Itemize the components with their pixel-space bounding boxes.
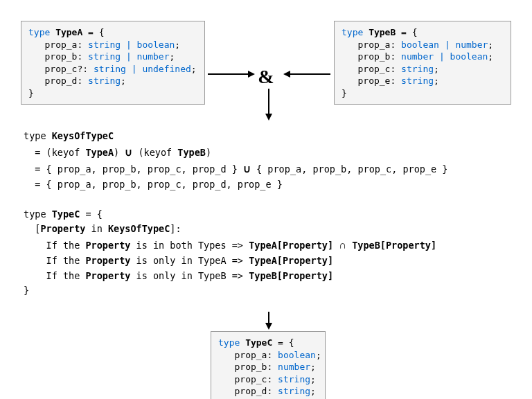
t: = { <box>80 209 103 220</box>
explain-block: type KeysOfTypeC = (keyof TypeA) ∪ (keyo… <box>24 129 511 299</box>
t: Property <box>40 223 85 234</box>
ptype: string <box>278 386 310 396</box>
prop: prop_c? <box>44 64 82 74</box>
t: ) <box>114 147 125 158</box>
ptype: boolean | number <box>401 39 488 50</box>
t: type <box>24 130 52 141</box>
type-c-name: TypeC <box>52 209 80 220</box>
svg-marker-1 <box>248 71 255 78</box>
ptype: string <box>401 76 434 86</box>
prop: prop_b <box>44 51 77 62</box>
svg-marker-5 <box>265 114 272 121</box>
ptype: string <box>278 374 310 384</box>
brace-open: = { <box>272 337 294 348</box>
t: Property <box>85 270 130 281</box>
t: type <box>24 209 52 220</box>
prop: prop_d <box>44 76 77 86</box>
t: ) <box>206 147 211 158</box>
intersection-op: ∩ <box>339 239 346 251</box>
prop: prop_e <box>357 76 390 86</box>
brace-open: = { <box>396 27 417 37</box>
t: TypeB[Property] <box>352 240 436 251</box>
t: ]: <box>170 223 181 234</box>
t: = { prop_a, prop_b, prop_c, prop_d } <box>24 163 243 175</box>
type-a-name: TypeA <box>55 27 82 37</box>
t: { prop_a, prop_b, prop_c, prop_e } <box>251 163 447 175</box>
t: If the <box>24 270 85 281</box>
prop: prop_c <box>357 64 390 74</box>
type-b-name: TypeB <box>369 27 396 37</box>
t: TypeA[Property] <box>249 240 333 251</box>
arrow-down-to-explain <box>264 89 274 121</box>
t: TypeB[Property] <box>249 270 333 281</box>
prop: prop_a <box>357 39 390 50</box>
ptype: string <box>88 76 121 86</box>
arrow-from-type-b <box>283 71 330 78</box>
union-op: ∪ <box>243 163 251 175</box>
type-b-codebox: type TypeB = { prop_a: boolean | number;… <box>334 21 511 105</box>
brace-open: = { <box>82 27 104 37</box>
prop: prop_d <box>234 386 267 396</box>
ptype: string <box>401 64 434 74</box>
t: = (keyof <box>24 147 85 158</box>
union-op: ∪ <box>125 146 132 158</box>
brace-close: } <box>342 88 347 98</box>
prop: prop_b <box>357 51 390 62</box>
ptype: string | boolean <box>88 39 175 50</box>
prop: prop_a <box>234 350 267 360</box>
ptype: boolean <box>278 350 316 360</box>
t: is only in TypeA => <box>130 255 249 266</box>
ptype: string | undefined <box>94 64 191 74</box>
type-c-codebox: type TypeC = { prop_a: boolean; prop_b: … <box>211 331 326 399</box>
t: If the <box>24 255 85 266</box>
type-a-codebox: type TypeA = { prop_a: string | boolean;… <box>21 21 205 105</box>
t: TypeB <box>177 147 206 158</box>
prop: prop_c <box>234 374 267 384</box>
t: Property <box>85 255 130 266</box>
t: If the <box>24 240 85 251</box>
t: KeysOfTypeC <box>108 223 170 234</box>
t: [ <box>24 223 40 234</box>
arrow-down-to-result <box>264 312 274 330</box>
t: Property <box>85 240 130 251</box>
ptype: number | boolean <box>401 51 488 62</box>
t: in <box>85 223 108 234</box>
brace-close: } <box>28 88 34 98</box>
ptype: string | number <box>88 51 169 62</box>
intersection-operator: & <box>258 64 274 90</box>
t: = { prop_a, prop_b, prop_c, prop_d, prop… <box>24 179 283 190</box>
ptype: number <box>278 362 310 372</box>
prop: prop_a <box>44 39 77 50</box>
t <box>346 240 352 251</box>
t: (keyof <box>132 147 177 158</box>
t: TypeA <box>85 147 114 158</box>
kw-type: type <box>28 27 50 37</box>
t: } <box>24 285 29 296</box>
t: is only in TypeB => <box>130 270 249 281</box>
t: is in both Types => <box>130 240 249 251</box>
arrow-from-type-a <box>208 71 255 78</box>
kw-type: type <box>342 27 363 37</box>
type-c-result-name: TypeC <box>245 337 272 348</box>
t: TypeA[Property] <box>249 255 333 266</box>
svg-marker-7 <box>265 323 272 330</box>
prop: prop_b <box>234 362 267 372</box>
t <box>333 240 339 251</box>
keys-of-type-c: KeysOfTypeC <box>52 130 114 141</box>
svg-marker-3 <box>283 71 290 78</box>
kw-type: type <box>218 337 240 348</box>
